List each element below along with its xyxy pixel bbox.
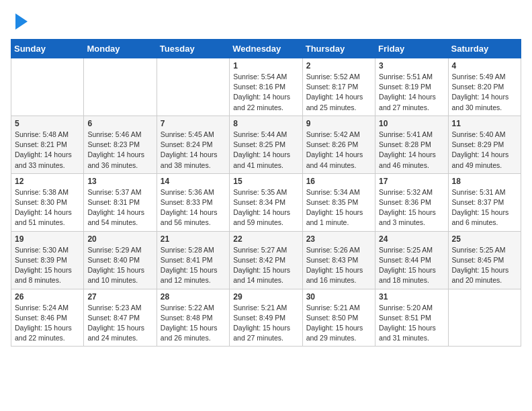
- sunrise-text: Sunrise: 5:30 AM: [15, 246, 69, 254]
- sunrise-text: Sunrise: 5:41 AM: [379, 130, 433, 138]
- day-number: 5: [15, 119, 80, 128]
- sunset-text: Sunset: 8:46 PM: [15, 314, 67, 322]
- sunrise-text: Sunrise: 5:45 AM: [161, 130, 214, 138]
- cell-details: Sunrise: 5:34 AMSunset: 8:35 PMDaylight:…: [306, 187, 371, 228]
- sunset-text: Sunset: 8:37 PM: [452, 198, 504, 206]
- sunrise-text: Sunrise: 5:32 AM: [379, 188, 433, 196]
- calendar-cell: 21Sunrise: 5:28 AMSunset: 8:41 PMDayligh…: [157, 231, 229, 289]
- cell-details: Sunrise: 5:35 AMSunset: 8:34 PMDaylight:…: [233, 187, 298, 228]
- day-number: 20: [87, 234, 152, 244]
- cell-details: Sunrise: 5:52 AMSunset: 8:17 PMDaylight:…: [306, 72, 371, 113]
- sunrise-text: Sunrise: 5:40 AM: [452, 130, 506, 138]
- sunset-text: Sunset: 8:25 PM: [233, 140, 285, 148]
- sunrise-text: Sunrise: 5:46 AM: [87, 130, 141, 138]
- day-number: 9: [306, 119, 371, 128]
- daylight-text: Daylight: 15 hours and 20 minutes.: [452, 266, 509, 284]
- sunrise-text: Sunrise: 5:28 AM: [161, 246, 214, 254]
- calendar-week-row: 12Sunrise: 5:38 AMSunset: 8:30 PMDayligh…: [11, 173, 521, 231]
- sunset-text: Sunset: 8:23 PM: [87, 140, 140, 148]
- calendar-cell: 14Sunrise: 5:36 AMSunset: 8:33 PMDayligh…: [157, 173, 229, 231]
- calendar-cell: 1Sunrise: 5:54 AMSunset: 8:16 PMDaylight…: [230, 58, 302, 116]
- calendar-cell: 31Sunrise: 5:20 AMSunset: 8:51 PMDayligh…: [375, 289, 448, 347]
- daylight-text: Daylight: 15 hours and 24 minutes.: [87, 324, 144, 342]
- day-number: 14: [161, 177, 226, 186]
- daylight-text: Daylight: 15 hours and 26 minutes.: [161, 324, 218, 342]
- sunrise-text: Sunrise: 5:35 AM: [233, 188, 287, 196]
- sunset-text: Sunset: 8:41 PM: [161, 256, 213, 264]
- calendar-cell: 3Sunrise: 5:51 AMSunset: 8:19 PMDaylight…: [375, 58, 448, 116]
- cell-details: Sunrise: 5:49 AMSunset: 8:20 PMDaylight:…: [452, 72, 517, 113]
- calendar-cell: 5Sunrise: 5:48 AMSunset: 8:21 PMDaylight…: [11, 116, 84, 173]
- daylight-text: Daylight: 15 hours and 12 minutes.: [161, 266, 218, 284]
- sunrise-text: Sunrise: 5:54 AM: [233, 73, 287, 81]
- cell-details: Sunrise: 5:45 AMSunset: 8:24 PMDaylight:…: [161, 130, 226, 171]
- calendar-cell: 20Sunrise: 5:29 AMSunset: 8:40 PMDayligh…: [84, 231, 157, 289]
- calendar-cell: 27Sunrise: 5:23 AMSunset: 8:47 PMDayligh…: [84, 289, 157, 347]
- calendar-cell: 17Sunrise: 5:32 AMSunset: 8:36 PMDayligh…: [375, 173, 448, 231]
- calendar-cell: 15Sunrise: 5:35 AMSunset: 8:34 PMDayligh…: [230, 173, 302, 231]
- calendar-table: SundayMondayTuesdayWednesdayThursdayFrid…: [11, 39, 521, 347]
- daylight-text: Daylight: 15 hours and 18 minutes.: [379, 266, 436, 284]
- calendar-cell: 24Sunrise: 5:25 AMSunset: 8:44 PMDayligh…: [375, 231, 448, 289]
- calendar-week-row: 19Sunrise: 5:30 AMSunset: 8:39 PMDayligh…: [11, 231, 521, 289]
- sunset-text: Sunset: 8:48 PM: [161, 314, 213, 322]
- daylight-text: Daylight: 15 hours and 31 minutes.: [379, 324, 436, 342]
- daylight-text: Daylight: 14 hours and 51 minutes.: [15, 208, 72, 226]
- day-number: 8: [233, 119, 298, 128]
- sunset-text: Sunset: 8:33 PM: [161, 198, 213, 206]
- daylight-text: Daylight: 14 hours and 30 minutes.: [452, 93, 509, 111]
- day-number: 2: [306, 61, 371, 71]
- calendar-cell: 25Sunrise: 5:25 AMSunset: 8:45 PMDayligh…: [448, 231, 521, 289]
- calendar-week-row: 5Sunrise: 5:48 AMSunset: 8:21 PMDaylight…: [11, 116, 521, 173]
- sunrise-text: Sunrise: 5:24 AM: [15, 304, 69, 312]
- day-number: 26: [15, 292, 80, 302]
- calendar-cell: 12Sunrise: 5:38 AMSunset: 8:30 PMDayligh…: [11, 173, 84, 231]
- daylight-text: Daylight: 15 hours and 29 minutes.: [306, 324, 363, 342]
- day-number: 28: [161, 292, 226, 302]
- sunset-text: Sunset: 8:35 PM: [306, 198, 359, 206]
- cell-details: Sunrise: 5:41 AMSunset: 8:28 PMDaylight:…: [379, 130, 444, 171]
- sunset-text: Sunset: 8:47 PM: [87, 314, 140, 322]
- sunset-text: Sunset: 8:49 PM: [233, 314, 285, 322]
- sunrise-text: Sunrise: 5:44 AM: [233, 130, 287, 138]
- day-header-tuesday: Tuesday: [157, 40, 229, 58]
- day-number: 30: [306, 292, 371, 302]
- cell-details: Sunrise: 5:22 AMSunset: 8:48 PMDaylight:…: [161, 303, 226, 344]
- calendar-cell: 23Sunrise: 5:26 AMSunset: 8:43 PMDayligh…: [302, 231, 375, 289]
- cell-details: Sunrise: 5:26 AMSunset: 8:43 PMDaylight:…: [306, 245, 371, 286]
- sunrise-text: Sunrise: 5:37 AM: [87, 188, 141, 196]
- daylight-text: Daylight: 14 hours and 56 minutes.: [161, 208, 218, 226]
- calendar-cell: 28Sunrise: 5:22 AMSunset: 8:48 PMDayligh…: [157, 289, 229, 347]
- cell-details: Sunrise: 5:46 AMSunset: 8:23 PMDaylight:…: [87, 130, 152, 171]
- sunrise-text: Sunrise: 5:22 AM: [161, 304, 214, 312]
- sunrise-text: Sunrise: 5:42 AM: [306, 130, 360, 138]
- sunset-text: Sunset: 8:39 PM: [15, 256, 67, 264]
- cell-details: Sunrise: 5:23 AMSunset: 8:47 PMDaylight:…: [87, 303, 152, 344]
- daylight-text: Daylight: 14 hours and 44 minutes.: [306, 150, 363, 169]
- daylight-text: Daylight: 14 hours and 49 minutes.: [452, 150, 509, 169]
- day-number: 24: [379, 234, 444, 244]
- calendar-cell: 19Sunrise: 5:30 AMSunset: 8:39 PMDayligh…: [11, 231, 84, 289]
- cell-details: Sunrise: 5:20 AMSunset: 8:51 PMDaylight:…: [379, 303, 444, 344]
- calendar-cell: 8Sunrise: 5:44 AMSunset: 8:25 PMDaylight…: [230, 116, 302, 173]
- sunrise-text: Sunrise: 5:31 AM: [452, 188, 506, 196]
- sunset-text: Sunset: 8:19 PM: [379, 83, 431, 91]
- calendar-cell: [11, 58, 84, 116]
- cell-details: Sunrise: 5:54 AMSunset: 8:16 PMDaylight:…: [233, 72, 298, 113]
- sunset-text: Sunset: 8:28 PM: [379, 140, 431, 148]
- calendar-week-row: 1Sunrise: 5:54 AMSunset: 8:16 PMDaylight…: [11, 58, 521, 116]
- cell-details: Sunrise: 5:27 AMSunset: 8:42 PMDaylight:…: [233, 245, 298, 286]
- daylight-text: Daylight: 15 hours and 10 minutes.: [87, 266, 144, 284]
- cell-details: Sunrise: 5:25 AMSunset: 8:45 PMDaylight:…: [452, 245, 517, 286]
- day-number: 17: [379, 177, 444, 186]
- sunset-text: Sunset: 8:30 PM: [15, 198, 67, 206]
- day-number: 15: [233, 177, 298, 186]
- sunset-text: Sunset: 8:51 PM: [379, 314, 431, 322]
- sunset-text: Sunset: 8:43 PM: [306, 256, 359, 264]
- daylight-text: Daylight: 14 hours and 36 minutes.: [87, 150, 144, 169]
- cell-details: Sunrise: 5:28 AMSunset: 8:41 PMDaylight:…: [161, 245, 226, 286]
- sunrise-text: Sunrise: 5:20 AM: [379, 304, 433, 312]
- sunset-text: Sunset: 8:17 PM: [306, 83, 359, 91]
- calendar-cell: 9Sunrise: 5:42 AMSunset: 8:26 PMDaylight…: [302, 116, 375, 173]
- cell-details: Sunrise: 5:25 AMSunset: 8:44 PMDaylight:…: [379, 245, 444, 286]
